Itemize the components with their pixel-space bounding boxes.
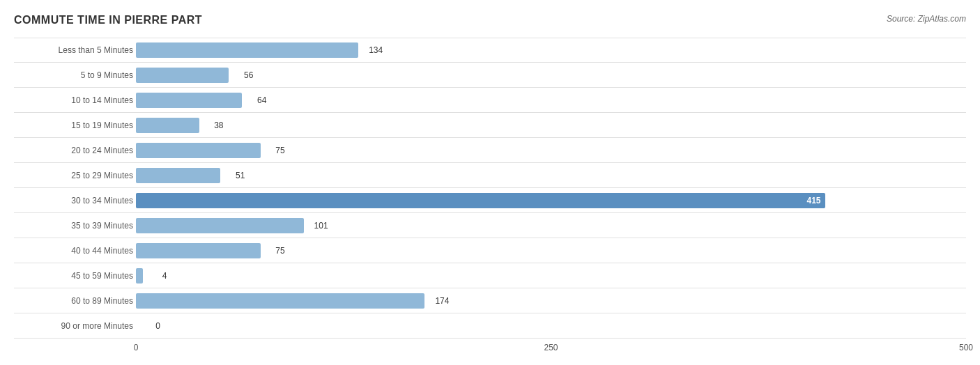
bar: 75 bbox=[136, 243, 261, 258]
bar-row: 40 to 44 Minutes75 bbox=[14, 238, 966, 263]
x-axis-inner: 0250500 bbox=[136, 343, 966, 357]
bar-row: 25 to 29 Minutes51 bbox=[14, 163, 966, 188]
bar: 415 bbox=[136, 193, 825, 208]
bar-value: 75 bbox=[275, 146, 284, 155]
x-axis-tick: 250 bbox=[544, 343, 558, 352]
bar-row: 20 to 24 Minutes75 bbox=[14, 138, 966, 163]
bar-row: 60 to 89 Minutes174 bbox=[14, 288, 966, 313]
bar-label: 90 or more Minutes bbox=[14, 321, 136, 331]
bar: 51 bbox=[136, 168, 220, 183]
bar-container: 51 bbox=[136, 168, 966, 183]
bar-value: 56 bbox=[244, 70, 253, 80]
bar: 64 bbox=[136, 93, 242, 108]
bar-row: 10 to 14 Minutes64 bbox=[14, 88, 966, 113]
bar: 134 bbox=[136, 42, 358, 58]
bar-container: 75 bbox=[136, 243, 966, 258]
bar-value: 38 bbox=[214, 121, 223, 130]
bar-label: Less than 5 Minutes bbox=[14, 45, 136, 55]
chart-source: Source: ZipAtlas.com bbox=[887, 14, 966, 24]
x-axis-tick: 500 bbox=[959, 343, 973, 352]
x-axis-tick: 0 bbox=[134, 343, 139, 352]
bar-value: 4 bbox=[162, 271, 167, 281]
bar-container: 38 bbox=[136, 118, 966, 133]
bar-value: 51 bbox=[236, 171, 245, 180]
bar-value: 134 bbox=[369, 45, 383, 55]
bar: 56 bbox=[136, 68, 229, 83]
bar-value: 0 bbox=[155, 321, 160, 331]
bar-value: 64 bbox=[257, 95, 266, 105]
chart-header: COMMUTE TIME IN PIERRE PART Source: ZipA… bbox=[14, 14, 966, 26]
bar-label: 25 to 29 Minutes bbox=[14, 171, 136, 180]
bar-label: 40 to 44 Minutes bbox=[14, 246, 136, 256]
x-axis: 0250500 bbox=[14, 343, 966, 357]
bar-label: 60 to 89 Minutes bbox=[14, 296, 136, 306]
bar-label: 35 to 39 Minutes bbox=[14, 221, 136, 231]
bar-label: 20 to 24 Minutes bbox=[14, 146, 136, 155]
bar-container: 134 bbox=[136, 42, 966, 58]
bar-label: 15 to 19 Minutes bbox=[14, 121, 136, 130]
bar: 174 bbox=[136, 293, 424, 309]
bar-container: 415 bbox=[136, 193, 966, 208]
bar-row: 30 to 34 Minutes415 bbox=[14, 188, 966, 213]
bar-row: 5 to 9 Minutes56 bbox=[14, 63, 966, 88]
bar-container: 0 bbox=[136, 318, 966, 334]
bar: 101 bbox=[136, 218, 304, 233]
bar-container: 4 bbox=[136, 268, 966, 284]
bar-value: 101 bbox=[314, 221, 328, 231]
bar-label: 10 to 14 Minutes bbox=[14, 95, 136, 105]
bar-row: 35 to 39 Minutes101 bbox=[14, 213, 966, 238]
bar-value: 415 bbox=[806, 196, 820, 205]
bar-value: 75 bbox=[275, 246, 284, 256]
bar-container: 75 bbox=[136, 143, 966, 158]
bar-row: 90 or more Minutes0 bbox=[14, 313, 966, 339]
bar-label: 45 to 59 Minutes bbox=[14, 271, 136, 281]
bar-row: 45 to 59 Minutes4 bbox=[14, 263, 966, 288]
bar-value: 174 bbox=[435, 296, 449, 306]
chart-area: Less than 5 Minutes1345 to 9 Minutes5610… bbox=[14, 38, 966, 357]
bar-row: Less than 5 Minutes134 bbox=[14, 38, 966, 63]
bar-container: 64 bbox=[136, 93, 966, 108]
bar: 4 bbox=[136, 268, 143, 284]
bar-label: 5 to 9 Minutes bbox=[14, 70, 136, 80]
bar-container: 101 bbox=[136, 218, 966, 233]
bar-label: 30 to 34 Minutes bbox=[14, 196, 136, 205]
bar-container: 56 bbox=[136, 68, 966, 83]
bar-row: 15 to 19 Minutes38 bbox=[14, 113, 966, 138]
bar-container: 174 bbox=[136, 293, 966, 309]
chart-title: COMMUTE TIME IN PIERRE PART bbox=[14, 14, 202, 26]
bar: 38 bbox=[136, 118, 199, 133]
bar: 75 bbox=[136, 143, 261, 158]
